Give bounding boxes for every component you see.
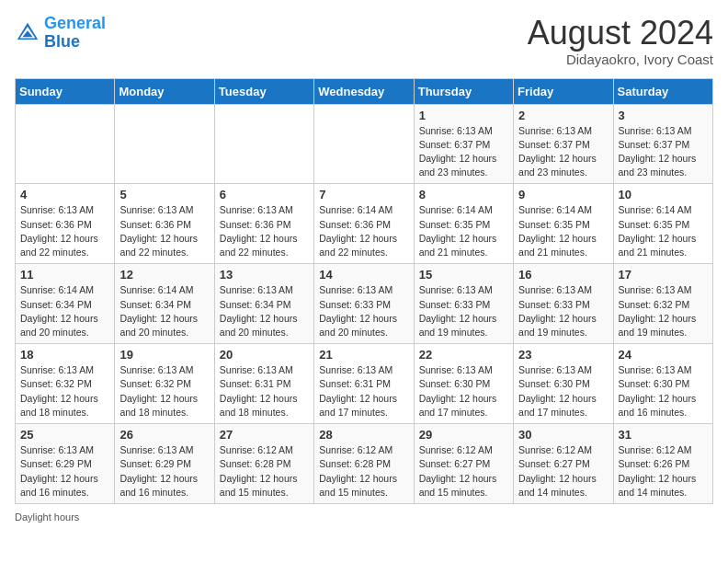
calendar-cell: 7Sunrise: 6:14 AM Sunset: 6:36 PM Daylig… <box>314 184 414 264</box>
calendar-cell: 28Sunrise: 6:12 AM Sunset: 6:28 PM Dayli… <box>314 424 414 504</box>
calendar-cell: 17Sunrise: 6:13 AM Sunset: 6:32 PM Dayli… <box>613 264 712 344</box>
calendar-week-2: 4Sunrise: 6:13 AM Sunset: 6:36 PM Daylig… <box>16 184 713 264</box>
day-number: 26 <box>119 428 209 442</box>
day-number: 20 <box>220 348 309 362</box>
day-info: Sunrise: 6:13 AM Sunset: 6:30 PM Dayligh… <box>518 363 608 419</box>
day-number: 10 <box>619 188 708 201</box>
day-info: Sunrise: 6:12 AM Sunset: 6:27 PM Dayligh… <box>419 443 508 500</box>
day-number: 21 <box>319 348 408 362</box>
day-info: Sunrise: 6:13 AM Sunset: 6:36 PM Dayligh… <box>20 203 109 259</box>
calendar-cell: 23Sunrise: 6:13 AM Sunset: 6:30 PM Dayli… <box>514 344 613 424</box>
day-header-thursday: Thursday <box>414 78 513 104</box>
day-number: 3 <box>619 109 708 122</box>
day-info: Sunrise: 6:13 AM Sunset: 6:32 PM Dayligh… <box>619 283 708 339</box>
calendar-cell: 31Sunrise: 6:12 AM Sunset: 6:26 PM Dayli… <box>613 424 712 504</box>
calendar-cell: 10Sunrise: 6:14 AM Sunset: 6:35 PM Dayli… <box>613 184 712 264</box>
calendar-cell: 27Sunrise: 6:12 AM Sunset: 6:28 PM Dayli… <box>214 424 313 504</box>
day-header-friday: Friday <box>514 78 613 104</box>
title-area: August 2024 Didayaokro, Ivory Coast <box>528 15 713 67</box>
footer-note: Daylight hours <box>15 511 713 523</box>
calendar-cell: 21Sunrise: 6:13 AM Sunset: 6:31 PM Dayli… <box>314 344 414 424</box>
calendar-cell: 5Sunrise: 6:13 AM Sunset: 6:36 PM Daylig… <box>115 184 214 264</box>
logo: General Blue <box>15 15 106 52</box>
day-number: 14 <box>319 268 408 282</box>
day-number: 31 <box>619 428 708 442</box>
day-number: 12 <box>119 268 209 282</box>
day-info: Sunrise: 6:13 AM Sunset: 6:30 PM Dayligh… <box>419 363 508 419</box>
day-info: Sunrise: 6:13 AM Sunset: 6:31 PM Dayligh… <box>220 363 309 419</box>
calendar-week-1: 1Sunrise: 6:13 AM Sunset: 6:37 PM Daylig… <box>16 104 713 184</box>
day-number: 25 <box>20 428 109 442</box>
day-info: Sunrise: 6:13 AM Sunset: 6:30 PM Dayligh… <box>619 363 708 419</box>
calendar-cell: 30Sunrise: 6:12 AM Sunset: 6:27 PM Dayli… <box>514 424 613 504</box>
day-number: 23 <box>518 348 608 362</box>
calendar-week-5: 25Sunrise: 6:13 AM Sunset: 6:29 PM Dayli… <box>16 424 713 504</box>
day-number: 4 <box>20 188 109 201</box>
day-info: Sunrise: 6:12 AM Sunset: 6:28 PM Dayligh… <box>319 443 408 500</box>
day-info: Sunrise: 6:13 AM Sunset: 6:32 PM Dayligh… <box>20 363 109 419</box>
day-header-monday: Monday <box>115 78 214 104</box>
day-number: 1 <box>419 109 508 122</box>
day-info: Sunrise: 6:13 AM Sunset: 6:37 PM Dayligh… <box>518 124 608 180</box>
day-info: Sunrise: 6:13 AM Sunset: 6:33 PM Dayligh… <box>319 283 408 339</box>
calendar-cell: 6Sunrise: 6:13 AM Sunset: 6:36 PM Daylig… <box>214 184 313 264</box>
calendar-cell <box>16 104 115 184</box>
day-number: 5 <box>119 188 209 201</box>
day-header-tuesday: Tuesday <box>214 78 313 104</box>
calendar-cell: 20Sunrise: 6:13 AM Sunset: 6:31 PM Dayli… <box>214 344 313 424</box>
day-number: 9 <box>518 188 608 201</box>
calendar-cell <box>214 104 313 184</box>
calendar-cell <box>314 104 414 184</box>
calendar-cell: 22Sunrise: 6:13 AM Sunset: 6:30 PM Dayli… <box>414 344 513 424</box>
calendar-cell: 11Sunrise: 6:14 AM Sunset: 6:34 PM Dayli… <box>16 264 115 344</box>
day-info: Sunrise: 6:14 AM Sunset: 6:34 PM Dayligh… <box>119 283 209 339</box>
day-number: 8 <box>419 188 508 201</box>
day-number: 7 <box>319 188 408 201</box>
calendar-cell: 13Sunrise: 6:13 AM Sunset: 6:34 PM Dayli… <box>214 264 313 344</box>
day-number: 24 <box>619 348 708 362</box>
calendar-cell: 2Sunrise: 6:13 AM Sunset: 6:37 PM Daylig… <box>514 104 613 184</box>
day-number: 6 <box>220 188 309 201</box>
calendar-cell: 1Sunrise: 6:13 AM Sunset: 6:37 PM Daylig… <box>414 104 513 184</box>
day-info: Sunrise: 6:13 AM Sunset: 6:37 PM Dayligh… <box>619 124 708 180</box>
calendar-cell <box>115 104 214 184</box>
day-header-wednesday: Wednesday <box>314 78 414 104</box>
calendar-cell: 9Sunrise: 6:14 AM Sunset: 6:35 PM Daylig… <box>514 184 613 264</box>
calendar-cell: 18Sunrise: 6:13 AM Sunset: 6:32 PM Dayli… <box>16 344 115 424</box>
month-year-title: August 2024 <box>528 15 713 52</box>
calendar-week-3: 11Sunrise: 6:14 AM Sunset: 6:34 PM Dayli… <box>16 264 713 344</box>
day-info: Sunrise: 6:13 AM Sunset: 6:36 PM Dayligh… <box>220 203 309 259</box>
page-header: General Blue August 2024 Didayaokro, Ivo… <box>15 15 713 67</box>
logo-icon <box>15 20 40 46</box>
day-number: 11 <box>20 268 109 282</box>
day-info: Sunrise: 6:13 AM Sunset: 6:29 PM Dayligh… <box>20 443 109 500</box>
calendar-cell: 19Sunrise: 6:13 AM Sunset: 6:32 PM Dayli… <box>115 344 214 424</box>
day-number: 19 <box>119 348 209 362</box>
day-info: Sunrise: 6:13 AM Sunset: 6:32 PM Dayligh… <box>119 363 209 419</box>
day-number: 16 <box>518 268 608 282</box>
day-info: Sunrise: 6:14 AM Sunset: 6:35 PM Dayligh… <box>518 203 608 259</box>
calendar-cell: 4Sunrise: 6:13 AM Sunset: 6:36 PM Daylig… <box>16 184 115 264</box>
day-info: Sunrise: 6:14 AM Sunset: 6:36 PM Dayligh… <box>319 203 408 259</box>
calendar-table: SundayMondayTuesdayWednesdayThursdayFrid… <box>15 78 713 504</box>
day-number: 2 <box>518 109 608 122</box>
day-info: Sunrise: 6:13 AM Sunset: 6:29 PM Dayligh… <box>119 443 209 500</box>
day-info: Sunrise: 6:12 AM Sunset: 6:27 PM Dayligh… <box>518 443 608 500</box>
day-number: 13 <box>220 268 309 282</box>
day-info: Sunrise: 6:14 AM Sunset: 6:34 PM Dayligh… <box>20 283 109 339</box>
day-info: Sunrise: 6:13 AM Sunset: 6:33 PM Dayligh… <box>518 283 608 339</box>
day-header-sunday: Sunday <box>16 78 115 104</box>
day-info: Sunrise: 6:13 AM Sunset: 6:34 PM Dayligh… <box>220 283 309 339</box>
calendar-cell: 25Sunrise: 6:13 AM Sunset: 6:29 PM Dayli… <box>16 424 115 504</box>
day-info: Sunrise: 6:12 AM Sunset: 6:26 PM Dayligh… <box>619 443 708 500</box>
calendar-cell: 12Sunrise: 6:14 AM Sunset: 6:34 PM Dayli… <box>115 264 214 344</box>
day-info: Sunrise: 6:13 AM Sunset: 6:33 PM Dayligh… <box>419 283 508 339</box>
location-subtitle: Didayaokro, Ivory Coast <box>528 52 713 67</box>
calendar-cell: 8Sunrise: 6:14 AM Sunset: 6:35 PM Daylig… <box>414 184 513 264</box>
day-number: 27 <box>220 428 309 442</box>
calendar-cell: 26Sunrise: 6:13 AM Sunset: 6:29 PM Dayli… <box>115 424 214 504</box>
calendar-cell: 24Sunrise: 6:13 AM Sunset: 6:30 PM Dayli… <box>613 344 712 424</box>
calendar-cell: 14Sunrise: 6:13 AM Sunset: 6:33 PM Dayli… <box>314 264 414 344</box>
day-header-saturday: Saturday <box>613 78 712 104</box>
day-info: Sunrise: 6:14 AM Sunset: 6:35 PM Dayligh… <box>619 203 708 259</box>
